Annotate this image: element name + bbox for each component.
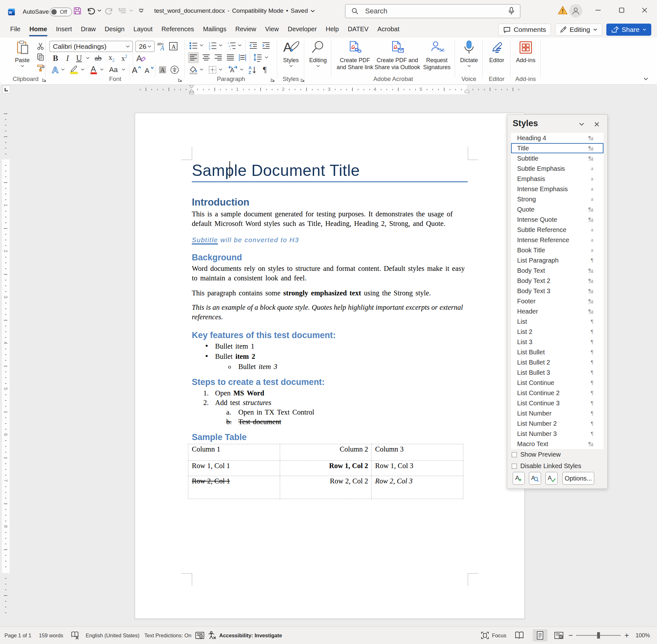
superscript-button[interactable]: x2 — [119, 53, 130, 64]
tab-acrobat[interactable]: Acrobat — [373, 20, 404, 38]
underline-button[interactable]: U — [74, 53, 85, 64]
document-content[interactable]: Sample Document TitleIntroductionThis is… — [192, 113, 468, 499]
change-case-button[interactable]: Aa — [108, 64, 119, 75]
align-right-button[interactable] — [213, 52, 224, 63]
paragraph-dialog-launcher-icon[interactable] — [270, 77, 275, 83]
table-cell[interactable]: Column 1 — [188, 444, 280, 461]
style-item-list-bullet-2[interactable]: List Bullet 2¶ — [511, 357, 604, 367]
style-item-heading-4[interactable]: Heading 4¶a — [511, 133, 604, 143]
style-item-title[interactable]: Title¶a — [511, 143, 604, 153]
save-button[interactable] — [71, 6, 84, 16]
table-cell[interactable]: Row 2, Col 2 — [280, 476, 372, 499]
style-item-macro-text[interactable]: Macro Text¶a — [511, 439, 604, 449]
style-item-footer[interactable]: Footer¶a — [511, 296, 604, 306]
change-case-dropdown-icon[interactable] — [121, 68, 125, 71]
multilevel-list-button[interactable]: 1ai — [226, 40, 237, 51]
character-shading-button[interactable]: A — [157, 64, 168, 75]
format-painter-button[interactable] — [35, 63, 46, 73]
highlight-dropdown-icon[interactable] — [80, 68, 85, 71]
tab-mailings[interactable]: Mailings — [198, 20, 231, 38]
dictate-dropdown-icon[interactable] — [467, 65, 471, 68]
disable-linked-styles-checkbox[interactable]: Disable Linked Styles — [512, 462, 581, 470]
read-mode-button[interactable] — [512, 629, 527, 641]
collapse-ribbon-icon[interactable] — [643, 77, 649, 81]
table-cell[interactable]: Row 1, Col 1 — [188, 461, 280, 476]
asian-layout-dropdown-icon[interactable] — [240, 68, 244, 71]
zoom-in-button[interactable]: + — [625, 627, 629, 644]
vertical-ruler[interactable]: 12345678 — [2, 113, 9, 619]
line-spacing-button[interactable] — [252, 52, 263, 63]
text-effects-button[interactable]: A — [50, 64, 61, 75]
tab-datev[interactable]: DATEV — [343, 20, 373, 38]
table-cell[interactable]: Row 2, Col 1 — [188, 476, 280, 499]
tab-design[interactable]: Design — [100, 20, 129, 38]
text-effects-dropdown-icon[interactable] — [61, 68, 65, 71]
accessibility-status[interactable]: Accessibility: Investigate — [207, 627, 282, 644]
word-count[interactable]: 159 words — [39, 627, 63, 644]
strikethrough-button[interactable]: ab — [93, 53, 103, 64]
text-predictions-icon[interactable] — [195, 627, 205, 644]
shading-dropdown-icon[interactable] — [200, 68, 204, 71]
numbering-dropdown-icon[interactable] — [218, 44, 223, 47]
multilevel-dropdown-icon[interactable] — [238, 44, 242, 47]
tab-stop-selector[interactable] — [3, 86, 10, 93]
bold-button[interactable]: B — [50, 53, 61, 64]
highlight-color-button[interactable] — [69, 64, 79, 75]
subscript-button[interactable]: x2 — [106, 53, 117, 64]
shrink-font-button[interactable]: A — [144, 64, 155, 75]
style-item-intense-reference[interactable]: Intense Referencea — [511, 235, 604, 245]
search-input[interactable]: Search — [345, 4, 520, 18]
grow-font-button[interactable]: A — [131, 64, 142, 75]
bullets-button[interactable] — [188, 40, 199, 51]
font-color-button[interactable]: A — [88, 64, 99, 75]
editing-button[interactable]: Editing — [306, 40, 330, 68]
style-item-list-bullet[interactable]: List Bullet¶ — [511, 347, 604, 357]
decrease-indent-button[interactable] — [248, 40, 259, 51]
tab-draw[interactable]: Draw — [76, 20, 100, 38]
style-item-list-3[interactable]: List 3¶ — [511, 337, 604, 347]
dictate-button[interactable]: Dictate — [457, 40, 480, 68]
sort-button[interactable]: AZ — [247, 64, 258, 75]
alert-icon[interactable] — [556, 4, 569, 16]
styles-button[interactable]: A Styles — [279, 40, 303, 68]
request-signatures-button[interactable]: RequestSignatures — [416, 40, 457, 71]
minimize-button[interactable] — [592, 4, 605, 16]
font-size-combo[interactable]: 26 — [135, 41, 155, 52]
tab-developer[interactable]: Developer — [283, 20, 321, 38]
tab-review[interactable]: Review — [231, 20, 261, 38]
styles-dropdown-icon[interactable] — [289, 65, 293, 68]
align-center-button[interactable] — [201, 52, 212, 63]
increase-indent-button[interactable] — [261, 40, 272, 51]
clear-formatting-button[interactable]: A — [135, 53, 146, 64]
zoom-level[interactable]: 100% — [636, 627, 650, 644]
italic-button[interactable]: I — [62, 53, 73, 64]
tab-references[interactable]: References — [157, 20, 198, 38]
share-button[interactable]: Share — [606, 24, 651, 36]
tab-file[interactable]: File — [6, 20, 25, 38]
hanging-indent-marker[interactable] — [189, 89, 194, 94]
style-item-list-continue[interactable]: List Continue¶ — [511, 377, 604, 388]
focus-mode-button[interactable]: Focus — [480, 627, 506, 644]
tab-layout[interactable]: Layout — [129, 20, 157, 38]
font-dialog-launcher-icon[interactable] — [178, 77, 183, 83]
proofing-errors-icon[interactable] — [70, 627, 80, 644]
font-name-combo[interactable]: Calibri (Headings) — [49, 41, 133, 52]
microphone-icon[interactable] — [508, 7, 515, 16]
shading-button[interactable] — [188, 64, 199, 75]
style-item-subtitle[interactable]: Subtitle¶a — [511, 153, 604, 163]
table-cell[interactable]: Column 3 — [372, 444, 463, 461]
autosave-toggle[interactable]: Off — [50, 8, 72, 16]
style-item-list[interactable]: List¶ — [511, 317, 604, 327]
comments-button[interactable]: Comments — [498, 24, 551, 36]
style-item-list-paragraph[interactable]: List Paragraph¶ — [511, 255, 604, 266]
paste-button[interactable]: Paste — [10, 40, 34, 68]
maximize-button[interactable] — [615, 4, 628, 16]
phonetic-guide-button[interactable]: abcA — [156, 41, 167, 52]
customize-qat-button[interactable] — [135, 6, 147, 16]
manage-styles-button[interactable]: A — [545, 472, 558, 485]
style-item-list-continue-2[interactable]: List Continue 2¶ — [511, 388, 604, 398]
style-item-list-number-2[interactable]: List Number 2¶ — [511, 418, 604, 429]
style-item-book-title[interactable]: Book Titlea — [511, 245, 604, 255]
borders-dropdown-icon[interactable] — [218, 68, 223, 71]
style-item-body-text[interactable]: Body Text¶a — [511, 266, 604, 276]
